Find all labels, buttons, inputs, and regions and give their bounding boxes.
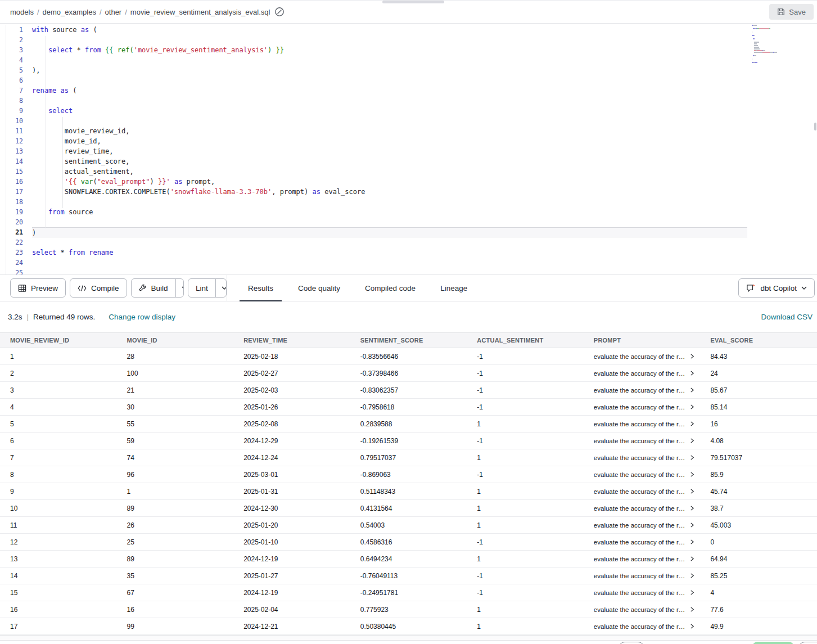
cell: -0.24951781 bbox=[350, 589, 467, 597]
code-line[interactable]: 1with source as ( bbox=[6, 25, 817, 35]
prompt-expand-chevron-icon[interactable] bbox=[690, 388, 694, 393]
prompt-cell[interactable]: evaluate the accuracy of the res… bbox=[584, 353, 701, 360]
line-number: 17 bbox=[6, 187, 32, 197]
code-line[interactable]: 8 bbox=[6, 96, 817, 106]
column-header-sentiment_score[interactable]: SENTIMENT_SCORE bbox=[350, 337, 467, 344]
code-line[interactable]: 16 '{{ var("eval_prompt") }}' as prompt, bbox=[6, 177, 817, 187]
prompt-expand-chevron-icon[interactable] bbox=[690, 455, 694, 460]
dbt-copilot-button[interactable]: dbt Copilot bbox=[738, 278, 815, 298]
prompt-expand-chevron-icon[interactable] bbox=[690, 590, 694, 595]
line-number: 1 bbox=[6, 25, 32, 35]
prompt-expand-chevron-icon[interactable] bbox=[690, 556, 694, 561]
change-row-display-link[interactable]: Change row display bbox=[109, 313, 175, 321]
prompt-expand-chevron-icon[interactable] bbox=[690, 472, 694, 477]
prompt-cell[interactable]: evaluate the accuracy of the res… bbox=[584, 404, 701, 411]
prompt-expand-chevron-icon[interactable] bbox=[690, 489, 694, 494]
footer-green-button-partial[interactable] bbox=[752, 642, 795, 644]
prompt-cell[interactable]: evaluate the accuracy of the res… bbox=[584, 438, 701, 444]
prompt-cell[interactable]: evaluate the accuracy of the res… bbox=[584, 522, 701, 529]
prompt-expand-chevron-icon[interactable] bbox=[690, 539, 694, 544]
column-header-review_time[interactable]: REVIEW_TIME bbox=[233, 337, 350, 344]
build-button[interactable]: Build bbox=[132, 279, 175, 297]
code-editor[interactable]: 1with source as (23 select * from {{ ref… bbox=[0, 24, 817, 274]
code-line[interactable]: 23select * from rename bbox=[6, 247, 817, 258]
code-line[interactable]: 24 bbox=[6, 258, 817, 268]
code-line[interactable]: 3 select * from {{ ref('movie_review_sen… bbox=[6, 45, 817, 55]
column-header-actual_sentiment[interactable]: ACTUAL_SENTIMENT bbox=[467, 337, 584, 344]
prompt-expand-chevron-icon[interactable] bbox=[690, 354, 694, 359]
table-row: 912025-01-310.511483431evaluate the accu… bbox=[0, 483, 817, 500]
footer-button-partial[interactable] bbox=[619, 642, 644, 644]
tab-lineage[interactable]: Lineage bbox=[439, 274, 469, 301]
lint-button[interactable]: Lint bbox=[188, 279, 215, 297]
prompt-cell[interactable]: evaluate the accuracy of the res… bbox=[584, 454, 701, 461]
lint-dropdown-chevron[interactable] bbox=[215, 279, 227, 297]
cell: -0.19261539 bbox=[350, 437, 467, 445]
code-line[interactable]: 11 movie_review_id, bbox=[6, 126, 817, 136]
code-line[interactable]: 2 bbox=[6, 35, 817, 45]
prompt-expand-chevron-icon[interactable] bbox=[690, 371, 694, 376]
results-toolbar: Preview Compile Build bbox=[0, 274, 817, 301]
footer-button-partial[interactable] bbox=[798, 642, 817, 644]
code-line[interactable]: 6 bbox=[6, 75, 817, 85]
prompt-expand-chevron-icon[interactable] bbox=[690, 438, 694, 443]
prompt-cell[interactable]: evaluate the accuracy of the res… bbox=[584, 387, 701, 394]
tab-compiled-code[interactable]: Compiled code bbox=[363, 274, 417, 301]
prompt-preview-text: evaluate the accuracy of the res… bbox=[594, 454, 687, 461]
tab-results[interactable]: Results bbox=[246, 274, 275, 301]
code-line[interactable]: 25 bbox=[6, 268, 817, 274]
prompt-cell[interactable]: evaluate the accuracy of the res… bbox=[584, 505, 701, 512]
download-csv-link[interactable]: Download CSV bbox=[761, 313, 813, 321]
prompt-cell[interactable]: evaluate the accuracy of the res… bbox=[584, 471, 701, 478]
code-line[interactable]: 22 bbox=[6, 237, 817, 247]
code-line[interactable]: 14 sentiment_score, bbox=[6, 156, 817, 166]
table-row: 11262025-01-200.540031evaluate the accur… bbox=[0, 517, 817, 534]
editor-scrollbar-thumb[interactable] bbox=[814, 123, 816, 130]
top-scroll-pill[interactable] bbox=[382, 1, 444, 3]
line-number: 18 bbox=[6, 197, 32, 207]
prompt-cell[interactable]: evaluate the accuracy of the res… bbox=[584, 556, 701, 562]
prompt-cell[interactable]: evaluate the accuracy of the res… bbox=[584, 539, 701, 546]
preview-button[interactable]: Preview bbox=[10, 278, 66, 298]
editor-minimap[interactable] bbox=[752, 25, 814, 67]
prompt-cell[interactable]: evaluate the accuracy of the res… bbox=[584, 488, 701, 495]
tab-code-quality[interactable]: Code quality bbox=[296, 274, 342, 301]
prompt-cell[interactable]: evaluate the accuracy of the res… bbox=[584, 589, 701, 596]
horizontal-scrollbar[interactable] bbox=[0, 635, 817, 641]
code-line[interactable]: 5), bbox=[6, 65, 817, 75]
code-line[interactable]: 10 bbox=[6, 116, 817, 126]
prompt-expand-chevron-icon[interactable] bbox=[690, 421, 694, 426]
prompt-cell[interactable]: evaluate the accuracy of the res… bbox=[584, 421, 701, 427]
code-line[interactable]: 21) bbox=[6, 227, 817, 237]
prompt-expand-chevron-icon[interactable] bbox=[690, 624, 694, 629]
prompt-expand-chevron-icon[interactable] bbox=[690, 523, 694, 528]
code-line[interactable]: 4 bbox=[6, 55, 817, 65]
code-line[interactable]: 18 bbox=[6, 197, 817, 207]
prompt-expand-chevron-icon[interactable] bbox=[690, 404, 694, 409]
cell: 74 bbox=[117, 454, 234, 462]
code-line[interactable]: 15 actual_sentiment, bbox=[6, 166, 817, 177]
compile-button[interactable]: Compile bbox=[70, 278, 127, 298]
prompt-cell[interactable]: evaluate the accuracy of the res… bbox=[584, 370, 701, 377]
editor-lines[interactable]: 1with source as (23 select * from {{ ref… bbox=[6, 25, 817, 274]
code-line[interactable]: 9 select bbox=[6, 106, 817, 116]
code-line[interactable]: 17 SNOWFLAKE.CORTEX.COMPLETE('snowflake-… bbox=[6, 187, 817, 197]
column-header-movie_id[interactable]: MOVIE_ID bbox=[117, 337, 234, 344]
column-header-prompt[interactable]: PROMPT bbox=[584, 337, 701, 344]
code-line[interactable]: 19 from source bbox=[6, 207, 817, 217]
column-header-movie_review_id[interactable]: MOVIE_REVIEW_ID bbox=[0, 337, 117, 344]
prompt-expand-chevron-icon[interactable] bbox=[690, 607, 694, 612]
breadcrumb: models/demo_examples/other/movie_review_… bbox=[10, 8, 270, 16]
code-line[interactable]: 7rename as ( bbox=[6, 85, 817, 96]
prompt-expand-chevron-icon[interactable] bbox=[690, 506, 694, 511]
prompt-expand-chevron-icon[interactable] bbox=[690, 573, 694, 578]
code-line[interactable]: 13 review_time, bbox=[6, 146, 817, 156]
build-dropdown-chevron[interactable] bbox=[175, 279, 184, 297]
save-button[interactable]: Save bbox=[769, 4, 814, 20]
code-line[interactable]: 20 bbox=[6, 217, 817, 227]
prompt-cell[interactable]: evaluate the accuracy of the res… bbox=[584, 573, 701, 579]
prompt-cell[interactable]: evaluate the accuracy of the res… bbox=[584, 623, 701, 630]
code-line[interactable]: 12 movie_id, bbox=[6, 136, 817, 146]
column-header-eval_score[interactable]: EVAL_SCORE bbox=[700, 337, 817, 344]
prompt-cell[interactable]: evaluate the accuracy of the res… bbox=[584, 606, 701, 613]
